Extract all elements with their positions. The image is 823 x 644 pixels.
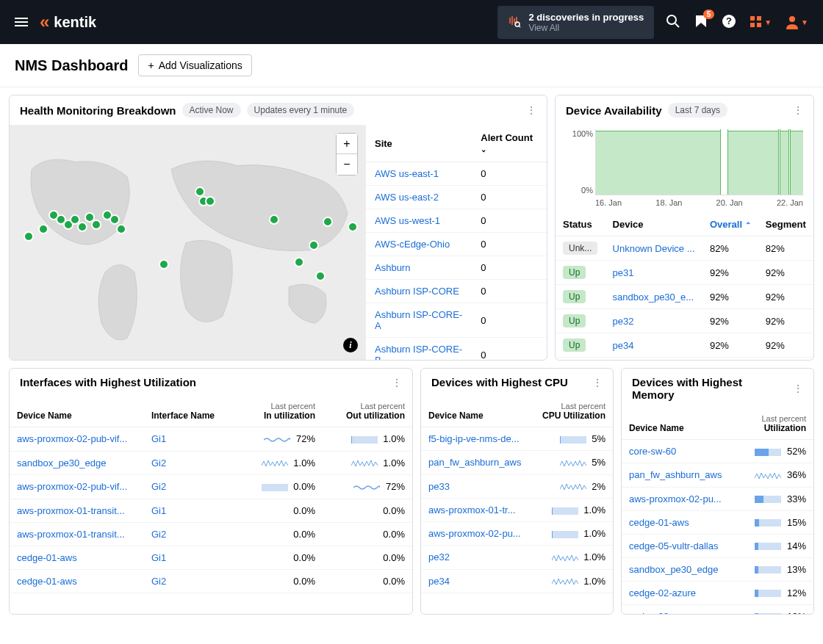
interface-link[interactable]: Gi2 (144, 569, 239, 593)
device-link[interactable]: pe31 (605, 261, 702, 285)
col-device[interactable]: Device Name (421, 396, 532, 427)
col-status[interactable]: Status (556, 213, 605, 236)
panel-menu-icon[interactable]: ⋮ (526, 104, 536, 116)
interface-link[interactable]: Gi1 (144, 546, 239, 569)
notifications-icon[interactable]: 5 (694, 14, 708, 31)
map-site-dot[interactable] (195, 187, 205, 197)
map-site-dot[interactable] (24, 231, 34, 242)
col-device[interactable]: Device (605, 213, 702, 236)
col-overall[interactable]: Overall ⌃ (702, 213, 758, 236)
overall-value: 92% (702, 261, 758, 285)
menu-icon[interactable] (15, 18, 28, 26)
col-site[interactable]: Site (366, 125, 472, 162)
panel-menu-icon[interactable]: ⋮ (592, 377, 603, 388)
col-cpu-util[interactable]: Last percentCPU Utilization (532, 396, 613, 427)
map-site-dot[interactable] (38, 224, 48, 234)
site-link[interactable]: Ashburn ISP-CORE (366, 280, 472, 303)
site-link[interactable]: Ashburn ISP-CORE-B (366, 338, 472, 361)
map-site-dot[interactable] (159, 259, 169, 269)
sparkline (552, 576, 578, 587)
interface-link[interactable]: Gi2 (144, 475, 239, 499)
device-link[interactable]: pe33 (421, 474, 532, 499)
segment-value: 92% (758, 333, 813, 358)
site-link[interactable]: AWS us-east-1 (366, 162, 472, 186)
sparkline (552, 553, 578, 563)
device-link[interactable]: pe32 (605, 309, 702, 333)
device-link[interactable]: cedge-02-azure (622, 581, 741, 604)
interface-link[interactable]: Gi3 (144, 593, 239, 601)
page-subheader: NMS Dashboard + Add Visualizations (0, 44, 823, 87)
device-link[interactable]: core-sw-60 (622, 440, 741, 463)
device-link[interactable]: pe34 (605, 333, 702, 358)
interface-link[interactable]: Gi1 (144, 499, 239, 522)
device-link[interactable]: cedge-01-aws (10, 569, 144, 593)
cpu-util: 5% (532, 451, 613, 475)
col-iface[interactable]: Interface Name (144, 396, 239, 427)
device-link[interactable]: aws-proxmox-02-pu... (421, 522, 532, 546)
device-link[interactable]: Unknown Device ... (605, 236, 702, 261)
device-link[interactable]: cedge-03-gcp (622, 604, 741, 614)
map-site-dot[interactable] (309, 240, 319, 250)
device-link[interactable]: aws-proxmox-01-transit... (10, 499, 144, 522)
world-map[interactable]: + − i (10, 125, 365, 360)
device-link[interactable]: cedge-01-aws (622, 510, 741, 534)
col-segment[interactable]: Segment (758, 213, 813, 236)
site-link[interactable]: AWS us-west-1 (366, 209, 472, 233)
device-link[interactable]: pe34 (421, 569, 532, 593)
interface-link[interactable]: Gi1 (144, 427, 239, 452)
device-link[interactable]: cedge-01-aws (421, 593, 532, 601)
zoom-in-button[interactable]: + (337, 134, 357, 154)
map-site-dot[interactable] (109, 214, 120, 225)
discovery-banner[interactable]: 2 discoveries in progress View All (497, 6, 654, 39)
search-icon[interactable] (666, 14, 680, 31)
col-out-util[interactable]: Last percentOut utilization (323, 396, 412, 427)
site-link[interactable]: Ashburn ISP-CORE-A (366, 303, 472, 338)
map-site-dot[interactable] (294, 257, 304, 267)
zoom-out-button[interactable]: − (337, 154, 357, 175)
col-mem-util[interactable]: Last percentUtilization (741, 408, 813, 440)
device-link[interactable]: cedge-05-vultr-dallas (622, 534, 741, 557)
site-link[interactable]: AWS us-east-2 (366, 186, 472, 209)
map-site-dot[interactable] (348, 222, 358, 232)
svg-text:?: ? (726, 15, 732, 26)
panel-menu-icon[interactable]: ⋮ (793, 104, 803, 116)
site-link[interactable]: Ashburn (366, 256, 472, 280)
brand-logo[interactable]: « kentik (40, 12, 96, 32)
map-site-dot[interactable] (205, 196, 215, 206)
interface-link[interactable]: Gi2 (144, 522, 239, 546)
device-link[interactable]: cedge-01-aws (10, 546, 144, 569)
col-device[interactable]: Device Name (10, 396, 144, 427)
apps-icon[interactable]: ▼ (750, 15, 772, 29)
device-link[interactable]: aws-proxmox-02-pub-vif... (10, 427, 144, 452)
device-link[interactable]: pan_fw_ashburn_aws (622, 463, 741, 488)
panel-menu-icon[interactable]: ⋮ (793, 383, 803, 394)
user-icon[interactable]: ▼ (785, 15, 808, 29)
device-link[interactable]: sandbox_pe30_edge (10, 451, 144, 475)
col-device[interactable]: Device Name (622, 408, 741, 440)
device-link[interactable]: aws-proxmox-02-pu... (622, 487, 741, 510)
device-link[interactable]: sandbox_pe30_edge (622, 557, 741, 581)
panel-menu-icon[interactable]: ⋮ (392, 377, 402, 388)
col-alert-count[interactable]: Alert Count ⌄ (472, 125, 547, 162)
map-site-dot[interactable] (315, 271, 326, 281)
site-link[interactable]: AWS-cEdge-Ohio (366, 233, 472, 256)
add-visualizations-button[interactable]: + Add Visualizations (138, 54, 251, 76)
help-icon[interactable]: ? (722, 14, 736, 31)
overall-value: 82% (702, 236, 758, 261)
map-site-dot[interactable] (91, 220, 101, 230)
discovery-view-all[interactable]: View All (528, 23, 644, 33)
device-link[interactable]: cedge-01-aws (10, 593, 144, 601)
device-link[interactable]: sandbox_pe30_e... (605, 285, 702, 309)
device-link[interactable]: aws-proxmox-01-transit... (10, 522, 144, 546)
col-in-util[interactable]: Last percentIn utilization (239, 396, 323, 427)
device-link[interactable]: aws-proxmox-02-pub-vif... (10, 475, 144, 499)
table-row: Up sandbox_pe30_e... 92% 92% (556, 285, 813, 309)
device-link[interactable]: pe32 (421, 546, 532, 570)
map-site-dot[interactable] (77, 222, 87, 232)
device-link[interactable]: f5-big-ip-ve-nms-de... (421, 427, 532, 451)
interface-link[interactable]: Gi2 (144, 451, 239, 475)
device-link[interactable]: pan_fw_ashburn_aws (421, 451, 532, 475)
panel-title: Interfaces with Highest Utilization (20, 376, 196, 388)
device-link[interactable]: aws-proxmox-01-tr... (421, 499, 532, 522)
map-info-icon[interactable]: i (343, 338, 358, 352)
